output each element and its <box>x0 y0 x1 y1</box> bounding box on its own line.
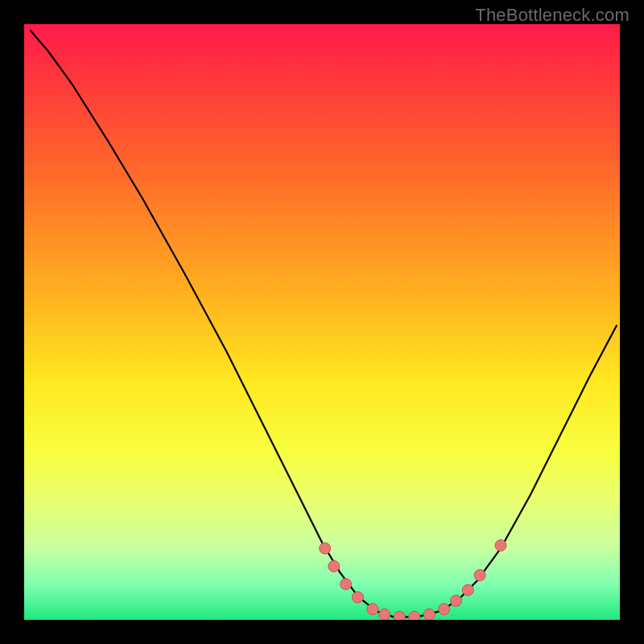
curve-marker <box>451 595 462 606</box>
chart-frame: TheBottleneck.com <box>0 0 644 644</box>
curve-marker <box>367 604 378 615</box>
curve-marker <box>379 609 390 620</box>
curve-marker <box>394 611 405 620</box>
curve-marker <box>462 584 473 596</box>
curve-marker <box>320 543 331 554</box>
curve-markers <box>320 540 506 621</box>
curve-marker <box>474 570 485 581</box>
curve-marker <box>352 592 363 603</box>
curve-marker <box>341 579 352 590</box>
curve-marker <box>439 604 450 615</box>
bottleneck-curve <box>30 30 617 617</box>
curve-marker <box>423 609 435 620</box>
curve-layer <box>24 24 620 620</box>
curve-marker <box>495 540 506 551</box>
plot-area <box>24 24 620 620</box>
curve-marker <box>328 560 340 572</box>
watermark-text: TheBottleneck.com <box>475 5 630 26</box>
curve-marker <box>409 611 420 620</box>
